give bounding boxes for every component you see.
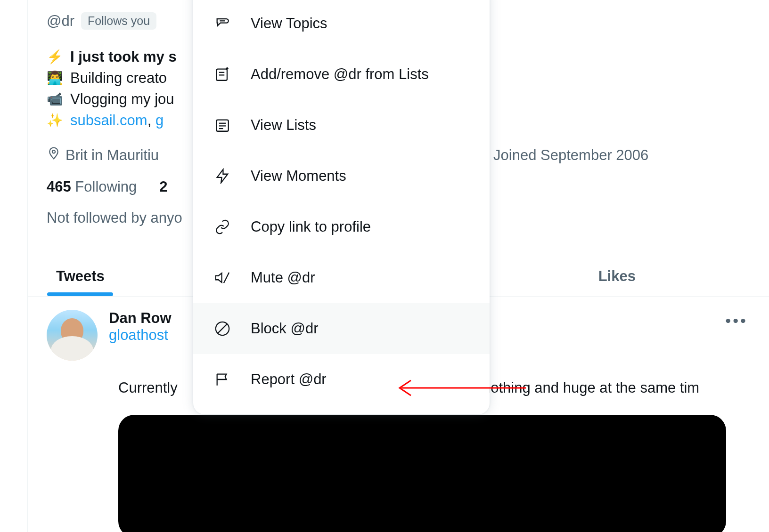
following-label: Following bbox=[75, 178, 137, 195]
bio-link-1[interactable]: subsail.com bbox=[70, 112, 147, 129]
menu-block-label: Block @dr bbox=[251, 320, 318, 337]
menu-view-lists-label: View Lists bbox=[251, 117, 316, 134]
lightning-icon: ⚡ bbox=[47, 48, 65, 67]
tweet-body-part2: nothing and huge at the same tim bbox=[483, 379, 699, 396]
follows-you-badge: Follows you bbox=[81, 12, 156, 30]
followers-stat-partial[interactable]: 2 bbox=[159, 178, 167, 195]
block-icon bbox=[214, 320, 231, 337]
menu-view-moments[interactable]: View Moments bbox=[193, 151, 490, 202]
bio-line-2: Building creato bbox=[70, 68, 167, 89]
tab-likes[interactable]: Likes bbox=[570, 268, 664, 296]
tweet-media[interactable] bbox=[118, 415, 726, 532]
bio-line-3: Vlogging my jou bbox=[70, 89, 174, 110]
menu-add-remove-lists-label: Add/remove @dr from Lists bbox=[251, 66, 429, 83]
svg-line-15 bbox=[218, 324, 227, 333]
location-text: Brit in Mauritiu bbox=[65, 147, 159, 164]
sparkles-icon: ✨ bbox=[47, 111, 65, 130]
svg-point-0 bbox=[52, 150, 55, 153]
following-stat[interactable]: 465 Following bbox=[47, 178, 137, 195]
svg-line-13 bbox=[224, 273, 229, 283]
menu-copy-link[interactable]: Copy link to profile bbox=[193, 202, 490, 252]
author-handle[interactable]: gloathost bbox=[109, 327, 172, 344]
followers-count-partial: 2 bbox=[159, 178, 167, 195]
location-icon bbox=[47, 146, 61, 164]
link-icon bbox=[214, 218, 231, 235]
bio-link-2[interactable]: g bbox=[155, 112, 164, 129]
report-icon bbox=[214, 371, 231, 388]
list-icon bbox=[214, 117, 231, 134]
joined-text: Joined September 2006 bbox=[493, 147, 648, 164]
menu-view-topics-label: View Topics bbox=[251, 15, 327, 32]
location: Brit in Mauritiu bbox=[47, 146, 159, 164]
menu-add-remove-lists[interactable]: Add/remove @dr from Lists bbox=[193, 49, 490, 100]
menu-view-topics[interactable]: View Topics bbox=[193, 0, 490, 49]
menu-view-lists[interactable]: View Lists bbox=[193, 100, 490, 151]
menu-report-label: Report @dr bbox=[251, 371, 327, 388]
menu-mute-label: Mute @dr bbox=[251, 269, 315, 286]
profile-actions-menu: View Topics Add/remove @dr from Lists Vi… bbox=[193, 0, 490, 414]
avatar[interactable] bbox=[47, 310, 98, 361]
menu-block[interactable]: Block @dr bbox=[193, 303, 490, 354]
author-name[interactable]: Dan Row bbox=[109, 310, 172, 327]
topics-icon bbox=[214, 15, 231, 32]
profile-handle: @dr bbox=[47, 13, 74, 30]
bio-sep: , bbox=[147, 112, 155, 129]
svg-marker-11 bbox=[217, 169, 228, 183]
mute-icon bbox=[214, 269, 231, 286]
joined: Joined September 2006 bbox=[493, 147, 648, 164]
following-count: 465 bbox=[47, 178, 71, 195]
menu-report[interactable]: Report @dr bbox=[193, 354, 490, 405]
bio-line-1: I just took my s bbox=[70, 47, 177, 68]
moments-icon bbox=[214, 168, 231, 185]
svg-marker-12 bbox=[216, 273, 222, 282]
tab-tweets[interactable]: Tweets bbox=[28, 268, 133, 296]
camera-icon: 📹 bbox=[47, 90, 65, 109]
tweet-body-part1: Currently bbox=[118, 379, 178, 396]
tweet-more-button[interactable]: ••• bbox=[725, 312, 748, 330]
list-add-icon bbox=[214, 66, 231, 83]
menu-view-moments-label: View Moments bbox=[251, 168, 346, 185]
menu-copy-link-label: Copy link to profile bbox=[251, 218, 371, 235]
tweet-author: Dan Row gloathost bbox=[109, 310, 172, 361]
menu-mute[interactable]: Mute @dr bbox=[193, 252, 490, 303]
technologist-icon: 👨‍💻 bbox=[47, 69, 65, 88]
